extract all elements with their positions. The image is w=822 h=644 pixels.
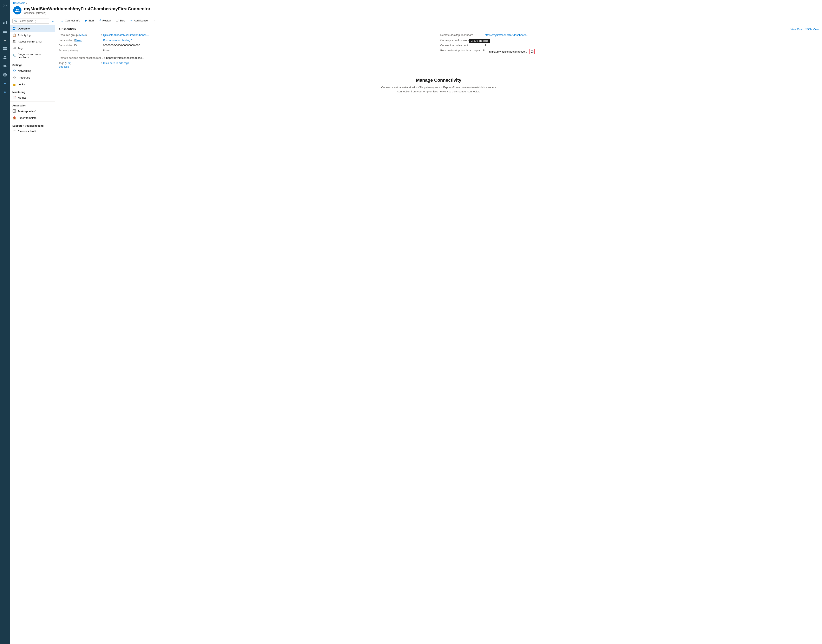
- page-title: myModSimWorkbench/myFirstChamber/myFirst…: [24, 6, 150, 12]
- remote-desktop-value: https://myfirstconnector-dashboard...: [485, 34, 528, 37]
- icon-bar: ≫ + ★ SQL ♦ ●: [0, 0, 10, 644]
- sidebar-label-activity-log: Activity log: [18, 34, 31, 37]
- sidebar-label-properties: Properties: [18, 76, 30, 79]
- person-icon[interactable]: [1, 54, 9, 61]
- search-input[interactable]: [18, 20, 48, 23]
- plus-icon[interactable]: +: [1, 10, 9, 18]
- metrics-icon: 📈: [12, 96, 16, 99]
- toolbar: Connect info ▶ Start ↺ Restart Stop: [55, 16, 822, 25]
- svg-rect-1: [5, 21, 5, 25]
- essentials-collapse-icon[interactable]: ∧: [58, 28, 61, 31]
- collapse-sidebar-button[interactable]: «: [52, 19, 54, 23]
- start-icon: ▶: [85, 19, 87, 22]
- svg-point-14: [16, 9, 17, 10]
- sidebar-item-locks[interactable]: 🔒 Locks: [10, 81, 55, 87]
- svg-rect-3: [3, 30, 7, 30]
- globe-icon[interactable]: [1, 71, 9, 78]
- svg-rect-2: [6, 21, 7, 25]
- connect-info-label: Connect info: [65, 19, 80, 22]
- essentials-header: ∧ Essentials View Cost JSON View: [58, 28, 819, 31]
- subscription-move-link[interactable]: Move: [75, 38, 81, 42]
- auth-repl-label: Remote desktop authentication repl...: [58, 56, 103, 60]
- start-button[interactable]: ▶ Start: [83, 18, 96, 23]
- subscription-id-label: Subscription ID: [58, 44, 100, 47]
- remote-desktop-label: Remote desktop dashboard: [440, 34, 482, 37]
- more-label: ···: [153, 19, 155, 22]
- svg-point-18: [13, 40, 14, 41]
- svg-rect-22: [13, 110, 16, 112]
- start-label: Start: [88, 19, 94, 22]
- sidebar-item-access-control[interactable]: Access control (IAM): [10, 38, 55, 45]
- tags-value: Click here to add tags: [103, 61, 129, 64]
- connection-node-count-value: 2 Copy to clipboard: [485, 44, 488, 47]
- svg-rect-4: [3, 31, 7, 32]
- sidebar-label-locks: Locks: [18, 83, 25, 86]
- resource-group-label: Resource group (Move): [58, 34, 100, 37]
- sidebar-item-tasks[interactable]: Tasks (preview): [10, 108, 55, 115]
- connect-info-button[interactable]: Connect info: [58, 18, 82, 23]
- essentials-row-tags: Tags (Edit) : Click here to add tags: [58, 61, 819, 65]
- view-cost-link[interactable]: View Cost: [790, 28, 802, 31]
- menu-icon[interactable]: [1, 28, 9, 35]
- cloud-icon[interactable]: ♦: [1, 80, 9, 87]
- subscription-label: Subscription (Move): [58, 38, 100, 42]
- sidebar-label-networking: Networking: [18, 69, 31, 72]
- essentials-row-subscription: Subscription (Move) : Documentation Test…: [58, 38, 437, 42]
- sidebar-item-properties[interactable]: Properties: [10, 74, 55, 81]
- sidebar-item-metrics[interactable]: 📈 Metrics: [10, 95, 55, 101]
- svg-rect-28: [531, 50, 533, 52]
- tags-icon: 🏷: [12, 46, 16, 50]
- main-panel: Connect info ▶ Start ↺ Restart Stop: [55, 16, 822, 644]
- sidebar-item-networking[interactable]: Networking: [10, 67, 55, 74]
- reply-url-value: https://myfirstconnector.abcde...: [489, 49, 535, 54]
- see-less-link[interactable]: See less: [58, 65, 69, 68]
- sidebar-item-activity-log[interactable]: 📋 Activity log: [10, 32, 55, 38]
- activity-log-icon: 📋: [12, 34, 16, 37]
- essentials-section: ∧ Essentials View Cost JSON View Resourc…: [55, 25, 822, 71]
- sql-icon[interactable]: SQL: [1, 62, 9, 70]
- sidebar-item-diagnose[interactable]: 🔧 Diagnose and solve problems: [10, 51, 55, 60]
- tags-edit-link[interactable]: Edit: [66, 61, 71, 64]
- search-box[interactable]: 🔍: [12, 18, 49, 23]
- add-license-button[interactable]: → Add license: [128, 18, 150, 23]
- sidebar-label-metrics: Metrics: [18, 96, 26, 99]
- monitoring-section-header: Monitoring: [10, 88, 55, 95]
- expand-icon[interactable]: ≫: [1, 2, 9, 9]
- breadcrumb: Dashboard ›: [10, 0, 822, 5]
- coin-icon[interactable]: ●: [1, 88, 9, 96]
- essentials-row-resource-group: Resource group (Move) : QuickstartCreate…: [58, 33, 437, 37]
- settings-section-header: Settings: [10, 61, 55, 67]
- connect-info-icon: [61, 19, 64, 22]
- svg-rect-8: [3, 49, 5, 50]
- resource-group-move-link[interactable]: Move: [79, 34, 86, 37]
- essentials-title-text: Essentials: [61, 28, 76, 31]
- more-button[interactable]: ···: [150, 18, 157, 23]
- resource-group-value: QuickstartCreateModSimWorkbench...: [103, 34, 149, 37]
- stop-button[interactable]: Stop: [114, 18, 127, 23]
- essentials-row-access-gateway: Access gateway : None: [58, 48, 437, 55]
- sidebar-item-overview[interactable]: Overview: [10, 25, 55, 32]
- sidebar-item-tags[interactable]: 🏷 Tags: [10, 45, 55, 51]
- restart-button[interactable]: ↺ Restart: [97, 18, 113, 23]
- stop-label: Stop: [120, 19, 125, 22]
- sidebar-label-access-control: Access control (IAM): [18, 40, 43, 43]
- star-icon[interactable]: ★: [1, 36, 9, 44]
- copy-to-clipboard-button[interactable]: [529, 49, 535, 54]
- svg-point-21: [14, 77, 15, 78]
- essentials-title: ∧ Essentials: [58, 28, 76, 31]
- sidebar-item-export[interactable]: 📤 Export template: [10, 115, 55, 121]
- svg-point-19: [14, 40, 15, 41]
- essentials-grid: Resource group (Move) : QuickstartCreate…: [58, 33, 819, 55]
- breadcrumb-dashboard[interactable]: Dashboard: [13, 2, 25, 5]
- subscription-id-value: 00000000-0000-00000000-000...: [103, 44, 142, 47]
- tags-label: Tags (Edit): [58, 61, 100, 64]
- json-view-link[interactable]: JSON View: [805, 28, 819, 31]
- copy-tooltip: Copy to clipboard: [469, 39, 490, 43]
- page-header: myModSimWorkbench/myFirstChamber/myFirst…: [10, 5, 822, 16]
- svg-point-17: [14, 27, 15, 28]
- grid-icon[interactable]: [1, 45, 9, 52]
- sidebar-item-resource-health[interactable]: ♡ Resource health: [10, 128, 55, 134]
- essentials-row-subscription-id: Subscription ID : 00000000-0000-00000000…: [58, 43, 437, 48]
- sidebar-label-tags: Tags: [18, 47, 23, 50]
- chart-icon[interactable]: [1, 19, 9, 26]
